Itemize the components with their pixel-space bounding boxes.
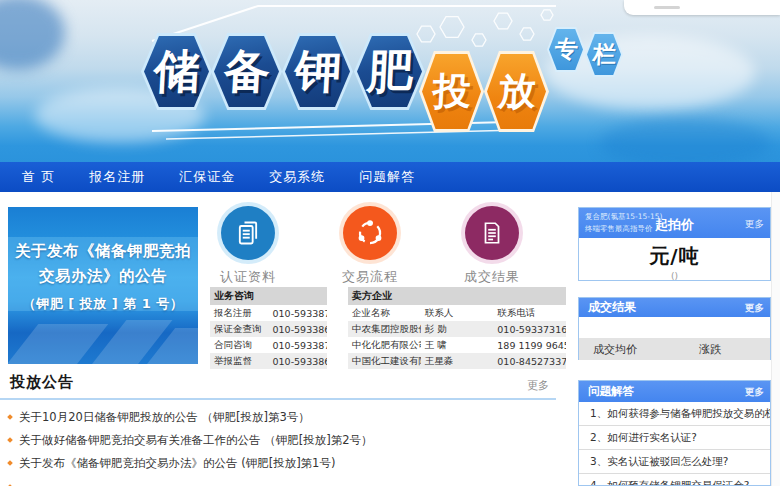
qa-box-title: 问题解答 bbox=[588, 384, 634, 399]
seller-contact: 王星淼 bbox=[421, 353, 494, 369]
qa-more-link[interactable]: 更多 bbox=[745, 386, 764, 399]
announcement-link-partial[interactable] bbox=[8, 477, 548, 486]
seller-phone: 189 1199 9645 bbox=[493, 337, 566, 353]
promo-line1: 关于发布《储备钾肥竞拍 bbox=[8, 239, 198, 264]
section-divider bbox=[0, 398, 556, 400]
qa-item-link[interactable]: 3、实名认证被驳回怎么处理? bbox=[579, 450, 770, 474]
announcement-link[interactable]: 关于发布《储备钾肥竞拍交易办法》的公告 (钾肥[投放]第1号) bbox=[8, 453, 548, 473]
result-doc-icon bbox=[465, 206, 519, 260]
seller-name: 中农集团控股股份有限公司 bbox=[348, 321, 421, 337]
seller-name: 中国化工建设有限公司 bbox=[348, 353, 421, 369]
seller-contact: 彭 勋 bbox=[421, 321, 494, 337]
deal-results-box: 成交结果 更多 成交均价 涨跌 bbox=[578, 297, 771, 360]
results-empty-row bbox=[579, 317, 770, 338]
qa-item-link[interactable]: 4、如何预存储备钾肥交易保证金? bbox=[579, 474, 770, 486]
seller-phone: 010-84527337 bbox=[493, 353, 566, 369]
biz-phone: 010-59338634 bbox=[269, 321, 328, 337]
promo-line2: 交易办法》的公告 bbox=[8, 264, 198, 289]
banner-char: 投 bbox=[431, 66, 472, 117]
seller-table: 卖方企业 企业名称 联系人 联系电话 中农集团控股股份有限公司 彭 勋 010-… bbox=[348, 287, 566, 369]
price-tagline: 复合肥(氯基15-15-15) 终端零售最高指导价 bbox=[585, 211, 662, 236]
seller-phone: 010-59337316 bbox=[493, 321, 566, 337]
docs-icon bbox=[221, 206, 275, 260]
qa-item-link[interactable]: 1、如何获得参与储备钾肥投放交易的权限? bbox=[579, 402, 770, 426]
banner-char: 钾 bbox=[293, 41, 342, 103]
table-header: 卖方企业 bbox=[348, 287, 566, 305]
starting-price-box: 复合肥(氯基15-15-15) 终端零售最高指导价 起拍价 更多 元/吨 () bbox=[578, 207, 771, 281]
scrollbar-track[interactable] bbox=[771, 192, 780, 486]
qa-item-link[interactable]: 2、如何进行实名认证? bbox=[579, 426, 770, 450]
nav-item-trading-system[interactable]: 交易系统 bbox=[269, 168, 325, 186]
browser-popup-remnant bbox=[624, 0, 780, 15]
quick-link-trade-process[interactable]: 交易流程 bbox=[315, 206, 425, 286]
nav-item-qa[interactable]: 问题解答 bbox=[359, 168, 415, 186]
quick-link-certification[interactable]: 认证资料 bbox=[193, 206, 303, 286]
qa-box: 问题解答 更多 1、如何获得参与储备钾肥投放交易的权限? 2、如何进行实名认证?… bbox=[578, 380, 771, 486]
biz-label: 举报监督 bbox=[210, 353, 269, 369]
banner-char: 放 bbox=[496, 66, 537, 117]
price-unit: 元/吨 bbox=[579, 243, 770, 270]
seller-contact: 王 啸 bbox=[421, 337, 494, 353]
seller-name: 中化化肥有限公司 bbox=[348, 337, 421, 353]
main-nav: 首 页 报名注册 汇保证金 交易系统 问题解答 bbox=[0, 162, 780, 192]
table-header: 业务咨询 bbox=[210, 287, 327, 305]
results-more-link[interactable]: 更多 bbox=[745, 302, 764, 315]
banner-char: 栏 bbox=[592, 39, 617, 70]
price-more-link[interactable]: 更多 bbox=[745, 218, 764, 231]
hero-banner: 储 备 钾 肥 投 放 专 栏 bbox=[0, 0, 780, 162]
banner-char: 肥 bbox=[365, 41, 414, 103]
col-header: 企业名称 bbox=[348, 305, 421, 321]
biz-label: 报名注册 bbox=[210, 305, 269, 321]
banner-char: 专 bbox=[554, 34, 579, 65]
results-box-title: 成交结果 bbox=[588, 299, 636, 316]
avg-price-label: 成交均价 bbox=[593, 342, 637, 357]
share-network-icon bbox=[343, 206, 397, 260]
bullet-icon bbox=[7, 437, 13, 443]
bullet-icon bbox=[7, 460, 13, 466]
biz-phone: 010-59338731 bbox=[269, 337, 328, 353]
biz-phone: 010-59338682 bbox=[269, 353, 328, 369]
banner-char: 备 bbox=[222, 41, 271, 103]
col-header: 联系人 bbox=[421, 305, 494, 321]
nav-item-home[interactable]: 首 页 bbox=[22, 168, 55, 186]
promo-line3: （钾肥 [ 投放 ] 第 1 号） bbox=[8, 295, 198, 313]
announcements-title: 投放公告 bbox=[10, 373, 74, 392]
quick-link-results[interactable]: 成交结果 bbox=[437, 206, 547, 286]
biz-label: 合同咨询 bbox=[210, 337, 269, 353]
bullet-icon bbox=[7, 414, 13, 420]
change-label: 涨跌 bbox=[699, 342, 721, 357]
promo-announcement-card[interactable]: 关于发布《储备钾肥竞拍 交易办法》的公告 （钾肥 [ 投放 ] 第 1 号） bbox=[8, 207, 198, 364]
quick-link-label: 认证资料 bbox=[193, 268, 303, 286]
nav-item-register[interactable]: 报名注册 bbox=[89, 168, 145, 186]
price-sub: () bbox=[579, 271, 770, 281]
banner-char: 储 bbox=[152, 41, 201, 103]
announcement-link[interactable]: 关于10月20日储备钾肥投放的公告 （钾肥[投放]第3号） bbox=[8, 407, 548, 427]
main-content: 关于发布《储备钾肥竞拍 交易办法》的公告 （钾肥 [ 投放 ] 第 1 号） 认… bbox=[0, 192, 780, 486]
price-box-title: 起拍价 bbox=[655, 216, 694, 234]
announcement-link[interactable]: 关于做好储备钾肥竞拍交易有关准备工作的公告 （钾肥[投放]第2号） bbox=[8, 430, 548, 450]
business-consult-table: 业务咨询 报名注册 010-59338731 保证金查询 010-5933863… bbox=[210, 287, 327, 369]
quick-link-label: 成交结果 bbox=[437, 268, 547, 286]
nav-item-deposit[interactable]: 汇保证金 bbox=[179, 168, 235, 186]
quick-link-label: 交易流程 bbox=[315, 268, 425, 286]
col-header: 联系电话 bbox=[493, 305, 566, 321]
biz-phone: 010-59338731 bbox=[269, 305, 328, 321]
announcements-more-link[interactable]: 更多 bbox=[527, 378, 549, 393]
biz-label: 保证金查询 bbox=[210, 321, 269, 337]
